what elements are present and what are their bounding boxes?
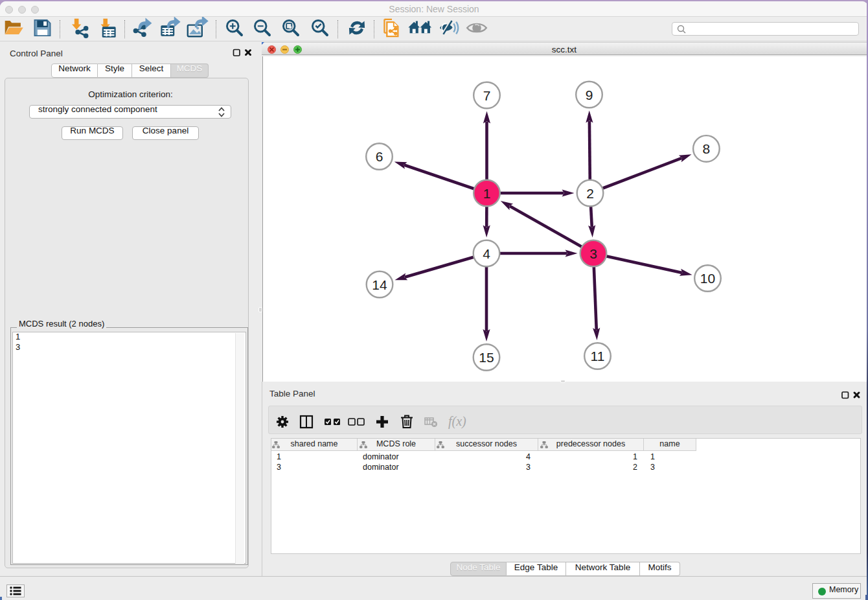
svg-text:7: 7 <box>483 88 491 103</box>
svg-text:1: 1 <box>483 186 491 201</box>
svg-text:10: 10 <box>700 271 715 286</box>
svg-text:11: 11 <box>591 349 605 363</box>
svg-text:14: 14 <box>372 277 387 292</box>
svg-text:2: 2 <box>586 186 594 201</box>
svg-text:f(x): f(x) <box>448 414 466 429</box>
svg-text:6: 6 <box>376 149 383 164</box>
svg-text:4: 4 <box>483 246 490 261</box>
svg-text:8: 8 <box>703 141 711 156</box>
svg-text:15: 15 <box>479 350 494 365</box>
svg-text:3: 3 <box>589 246 597 261</box>
svg-text:9: 9 <box>586 87 593 102</box>
